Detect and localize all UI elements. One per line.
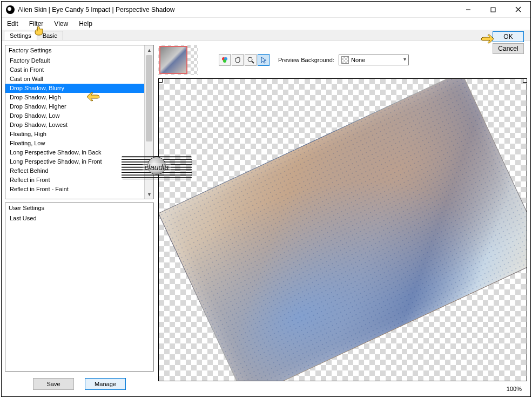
list-item[interactable]: Cast in Front [5, 65, 144, 75]
svg-point-6 [223, 59, 226, 63]
menu-edit[interactable]: Edit [5, 19, 21, 29]
preview-background-value: None [351, 57, 365, 63]
list-item[interactable]: Cast on Wall [5, 75, 144, 84]
scroll-down-icon[interactable]: ▼ [145, 190, 154, 199]
preview-panel: Preview Background: None 100% [158, 45, 527, 393]
preview-background-label: Preview Background: [278, 57, 334, 63]
list-item[interactable]: Factory Default [5, 56, 144, 65]
tabstrip: Settings Basic [2, 30, 530, 41]
plugin-window: Alien Skin | Eye Candy 5 Impact | Perspe… [1, 1, 531, 397]
menu-filter[interactable]: Filter [27, 19, 46, 29]
settings-panel: Factory Settings Factory DefaultCast in … [5, 45, 154, 393]
close-button[interactable] [506, 2, 530, 18]
resize-handle[interactable] [158, 78, 163, 83]
titlebar: Alien Skin | Eye Candy 5 Impact | Perspe… [2, 2, 530, 18]
user-settings-list[interactable]: User Settings Last Used [5, 203, 154, 372]
tab-settings[interactable]: Settings [4, 31, 37, 40]
minimize-button[interactable] [456, 2, 481, 18]
menu-help[interactable]: Help [77, 19, 95, 29]
pointer-tool-icon[interactable] [258, 54, 270, 66]
list-item[interactable]: Long Perspective Shadow, in Back [5, 148, 144, 157]
menu-view[interactable]: View [52, 19, 70, 29]
list-item[interactable]: Reflect in Front - Faint [5, 185, 144, 194]
zoom-level: 100% [501, 384, 527, 393]
resize-handle[interactable] [523, 78, 527, 83]
manage-button[interactable]: Manage [85, 378, 126, 390]
hand-tool-icon[interactable] [232, 54, 244, 66]
scrollbar[interactable]: ▲ ▼ [144, 45, 153, 199]
save-button[interactable]: Save [33, 378, 74, 390]
scroll-thumb[interactable] [146, 55, 152, 141]
preview-canvas[interactable] [158, 78, 527, 381]
preview-toolbar: Preview Background: None [158, 45, 527, 75]
app-icon [6, 5, 15, 14]
svg-rect-1 [491, 8, 495, 12]
list-item[interactable]: Drop Shadow, Lowest [5, 120, 144, 130]
preset-buttons: Save Manage [5, 375, 154, 393]
maximize-button[interactable] [481, 2, 506, 18]
list-item[interactable]: Floating, High [5, 130, 144, 139]
list-item[interactable]: Reflect Behind [5, 166, 144, 176]
factory-settings-header: Factory Settings [5, 45, 153, 55]
list-item[interactable]: Last Used [5, 214, 144, 223]
user-settings-header: User Settings [5, 203, 153, 213]
zoom-tool-icon[interactable] [245, 54, 257, 66]
window-title: Alien Skin | Eye Candy 5 Impact | Perspe… [18, 6, 174, 14]
svg-line-8 [252, 61, 254, 63]
list-item[interactable]: Drop Shadow, Higher [5, 102, 144, 111]
preview-content [158, 78, 527, 381]
thumbnail-area [158, 45, 198, 75]
transparency-swatch-icon [341, 56, 349, 64]
list-item[interactable]: Floating, Low [5, 139, 144, 148]
list-item[interactable]: Long Perspective Shadow, in Front [5, 157, 144, 166]
color-picker-tool-icon[interactable] [219, 54, 231, 66]
list-item[interactable]: Drop Shadow, High [5, 93, 144, 102]
ok-button[interactable]: OK [493, 31, 524, 42]
list-item[interactable]: Reflect in Front [5, 176, 144, 185]
thumbnail[interactable] [159, 46, 187, 74]
scroll-up-icon[interactable]: ▲ [145, 45, 154, 55]
list-item[interactable]: Drop Shadow, Low [5, 111, 144, 120]
svg-point-7 [248, 57, 252, 62]
menubar: Edit Filter View Help [2, 18, 530, 30]
factory-settings-list[interactable]: Factory Settings Factory DefaultCast in … [5, 45, 154, 199]
tab-basic[interactable]: Basic [37, 31, 63, 40]
preview-background-select[interactable]: None [339, 55, 409, 65]
list-item[interactable]: Drop Shadow, Blurry [5, 84, 144, 93]
